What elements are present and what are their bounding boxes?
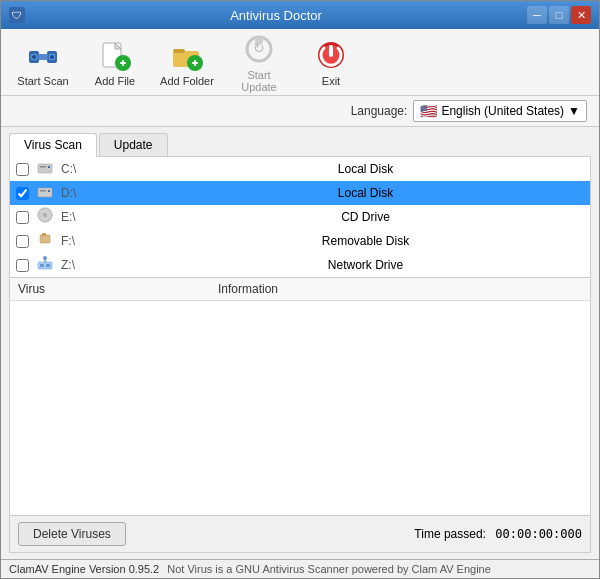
svg-rect-2	[38, 54, 48, 60]
drive-checkbox-c[interactable]	[16, 163, 29, 176]
drive-name-d: D:\	[61, 186, 141, 200]
start-update-icon: ↻	[241, 31, 277, 67]
svg-rect-27	[40, 190, 46, 192]
drive-row-z[interactable]: Z:\ Network Drive	[10, 253, 590, 277]
title-bar-controls: ─ □ ✕	[527, 6, 591, 24]
start-update-button[interactable]: ↻ Start Update	[225, 33, 293, 91]
chevron-down-icon: ▼	[568, 104, 580, 118]
svg-rect-23	[38, 164, 52, 173]
status-version: ClamAV Engine Version 0.95.2	[9, 563, 159, 575]
virus-table-header: Virus Information	[10, 278, 590, 301]
tab-virus-scan[interactable]: Virus Scan	[9, 133, 97, 157]
drive-type-z: Network Drive	[147, 258, 584, 272]
drive-row-d[interactable]: D:\ Local Disk	[10, 181, 590, 205]
exit-icon	[313, 37, 349, 73]
language-bar: Language: 🇺🇸 English (United States) ▼	[1, 96, 599, 127]
status-bar: ClamAV Engine Version 0.95.2 Not Virus i…	[1, 559, 599, 578]
exit-label: Exit	[322, 75, 340, 87]
drive-checkbox-e[interactable]	[16, 211, 29, 224]
svg-rect-32	[40, 235, 50, 243]
tab-bar: Virus Scan Update	[9, 133, 591, 157]
svg-rect-16	[194, 60, 196, 66]
toolbar: Start Scan Add File	[1, 29, 599, 96]
svg-text:↻: ↻	[253, 40, 265, 56]
svg-rect-25	[48, 166, 50, 168]
time-display: Time passed: 00:00:00:000	[414, 527, 582, 541]
start-update-label: Start Update	[230, 69, 288, 93]
drive-checkbox-z[interactable]	[16, 259, 29, 272]
svg-rect-37	[40, 264, 44, 267]
drive-name-f: F:\	[61, 234, 141, 248]
status-info: Not Virus is a GNU Antivirus Scanner pow…	[167, 563, 491, 575]
start-scan-button[interactable]: Start Scan	[9, 33, 77, 91]
drive-icon-d	[35, 182, 55, 204]
drive-icon-z	[35, 254, 55, 276]
language-select[interactable]: 🇺🇸 English (United States) ▼	[413, 100, 587, 122]
drive-name-c: C:\	[61, 162, 141, 176]
maximize-button[interactable]: □	[549, 6, 569, 24]
svg-rect-22	[329, 45, 333, 57]
svg-rect-24	[40, 166, 46, 168]
svg-rect-38	[46, 264, 50, 267]
svg-rect-26	[38, 188, 52, 197]
window-title: Antivirus Doctor	[25, 8, 527, 23]
svg-point-6	[50, 55, 54, 59]
svg-rect-28	[48, 190, 50, 192]
bottom-action-bar: Delete Viruses Time passed: 00:00:00:000	[10, 515, 590, 552]
svg-point-36	[43, 256, 47, 260]
drive-type-e: CD Drive	[147, 210, 584, 224]
drive-checkbox-d[interactable]	[16, 187, 29, 200]
drive-icon-c	[35, 158, 55, 180]
drive-row-c[interactable]: C:\ Local Disk	[10, 157, 590, 181]
title-bar: 🛡 Antivirus Doctor ─ □ ✕	[1, 1, 599, 29]
drive-name-e: E:\	[61, 210, 141, 224]
exit-button[interactable]: Exit	[297, 33, 365, 91]
svg-rect-13	[173, 49, 185, 53]
drive-name-z: Z:\	[61, 258, 141, 272]
svg-point-5	[32, 55, 36, 59]
delete-viruses-button[interactable]: Delete Viruses	[18, 522, 126, 546]
svg-rect-11	[122, 60, 124, 66]
close-button[interactable]: ✕	[571, 6, 591, 24]
tab-update[interactable]: Update	[99, 133, 168, 156]
start-scan-icon	[25, 37, 61, 73]
drive-row-e[interactable]: E:\ CD Drive	[10, 205, 590, 229]
add-folder-icon	[169, 37, 205, 73]
time-label: Time passed:	[414, 527, 486, 541]
minimize-button[interactable]: ─	[527, 6, 547, 24]
flag-icon: 🇺🇸	[420, 103, 437, 119]
drive-row-f[interactable]: F:\ Removable Disk	[10, 229, 590, 253]
drive-list: C:\ Local Disk D:\ Local Disk	[10, 157, 590, 278]
virus-column-header: Virus	[18, 282, 218, 296]
main-window: 🛡 Antivirus Doctor ─ □ ✕ S	[0, 0, 600, 579]
add-file-label: Add File	[95, 75, 135, 87]
language-label: Language:	[351, 104, 408, 118]
add-file-icon	[97, 37, 133, 73]
content-area: Virus Scan Update C:\ Local	[1, 127, 599, 559]
virus-table-body	[10, 301, 590, 515]
svg-rect-33	[42, 233, 46, 236]
drive-type-d: Local Disk	[147, 186, 584, 200]
add-folder-button[interactable]: Add Folder	[153, 33, 221, 91]
drive-type-c: Local Disk	[147, 162, 584, 176]
window-icon: 🛡	[9, 7, 25, 23]
drive-icon-e	[35, 206, 55, 228]
time-value: 00:00:00:000	[495, 527, 582, 541]
svg-point-30	[43, 213, 47, 217]
drive-checkbox-f[interactable]	[16, 235, 29, 248]
language-value: English (United States)	[441, 104, 564, 118]
add-folder-label: Add Folder	[160, 75, 214, 87]
virus-section: Virus Information	[10, 278, 590, 515]
start-scan-label: Start Scan	[17, 75, 68, 87]
add-file-button[interactable]: Add File	[81, 33, 149, 91]
drive-type-f: Removable Disk	[147, 234, 584, 248]
main-panel: C:\ Local Disk D:\ Local Disk	[9, 157, 591, 553]
info-column-header: Information	[218, 282, 582, 296]
drive-icon-f	[35, 230, 55, 252]
